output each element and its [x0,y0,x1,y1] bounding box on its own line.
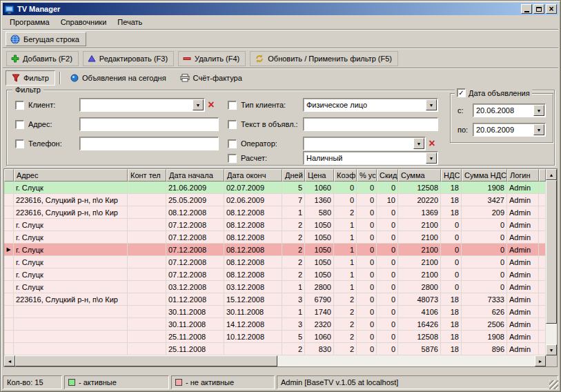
grid-cell[interactable]: 08.12.2008 [224,244,282,256]
grid-cell[interactable]: 4106 [398,306,441,318]
grid-cell[interactable]: г. Слуцк [14,231,128,244]
column-header[interactable]: НДС [441,169,462,182]
grid-cell[interactable]: Admin [507,293,539,306]
grid-cell[interactable]: 0 [377,318,398,331]
grid-cell[interactable]: Admin [507,281,539,293]
grid-cell[interactable]: 0 [441,231,462,244]
grid-cell[interactable]: 3 [282,293,305,306]
grid-cell[interactable]: 1 [334,219,357,231]
grid-cell[interactable]: 21.06.2009 [166,182,224,194]
client-type-checkbox[interactable] [228,101,237,110]
column-header[interactable]: Сумма [398,169,441,182]
column-header[interactable]: Скид [377,169,398,182]
grid-cell[interactable]: 2 [282,231,305,244]
grid-cell[interactable]: 5876 [398,343,441,355]
row-indicator[interactable] [4,231,14,244]
client-clear-button[interactable]: × [205,99,217,111]
grid-cell[interactable]: 0 [377,206,398,219]
operator-clear-button[interactable]: × [426,137,438,150]
row-indicator[interactable]: ▶ [4,244,14,256]
grid-cell[interactable]: 08.12.2008 [224,219,282,231]
chevron-down-icon[interactable]: ▼ [533,124,544,135]
grid-cell[interactable]: 02.07.2009 [224,182,282,194]
grid-cell[interactable]: 0 [357,219,377,231]
grid-cell[interactable] [128,194,166,206]
grid-cell[interactable]: 0 [357,182,377,194]
grid-cell[interactable]: г. Слуцк [14,219,128,231]
grid-cell[interactable]: 18 [441,318,462,331]
grid-cell[interactable]: 0 [377,306,398,318]
menu-program[interactable]: Программа [4,17,55,28]
grid-cell[interactable]: 1 [334,231,357,244]
grid-cell[interactable]: 0 [357,331,377,343]
grid-cell[interactable]: 1050 [305,231,334,244]
grid-cell[interactable]: 6790 [305,293,334,306]
grid-cell[interactable] [128,281,166,293]
grid-cell[interactable]: 18 [441,293,462,306]
chevron-down-icon[interactable]: ▼ [426,153,437,164]
grid-cell[interactable]: Admin [507,194,539,206]
grid-cell[interactable]: 2100 [398,256,441,268]
chevron-down-icon[interactable]: ▼ [426,99,437,110]
grid-cell[interactable]: 30.11.2008 [224,306,282,318]
grid-cell[interactable]: 07.12.2008 [166,219,224,231]
client-type-combo[interactable]: Физическое лицо ▼ [303,98,438,112]
calc-combo[interactable]: Наличный ▼ [303,151,438,165]
grid-cell[interactable]: 1 [334,281,357,293]
grid-cell[interactable] [14,331,128,343]
grid-cell[interactable]: 2 [282,343,305,355]
grid-cell[interactable]: 16426 [398,318,441,331]
grid-cell[interactable]: 0 [377,182,398,194]
minimize-button[interactable] [521,4,532,14]
grid-cell[interactable]: 03.12.2008 [224,281,282,293]
grid-cell[interactable]: 5 [282,182,305,194]
operator-combo[interactable]: ▼ [303,137,426,150]
edit-button[interactable]: Редактировать (F3) [83,51,174,66]
grid-cell[interactable]: 18 [441,194,462,206]
grid-cell[interactable]: 12508 [398,331,441,343]
grid-cell[interactable]: 01.12.2008 [166,293,224,306]
column-header[interactable]: Дата начала [166,169,224,182]
grid-cell[interactable] [128,182,166,194]
grid-cell[interactable]: 2 [282,256,305,268]
grid-cell[interactable]: 0 [357,244,377,256]
grid-cell[interactable]: 0 [462,256,507,268]
text-input[interactable] [303,117,438,131]
grid-cell[interactable]: 5 [282,331,305,343]
address-checkbox[interactable] [15,120,24,129]
grid-cell[interactable]: 18 [441,306,462,318]
grid-cell[interactable]: 2 [334,293,357,306]
grid-cell[interactable] [14,306,128,318]
client-checkbox[interactable] [15,101,24,110]
column-header[interactable]: Коэф [334,169,357,182]
scroll-left-button[interactable]: ◄ [4,355,15,366]
grid-cell[interactable]: 2 [334,331,357,343]
grid-cell[interactable]: 0 [377,281,398,293]
grid-cell[interactable]: 1060 [305,331,334,343]
grid-cell[interactable]: 1050 [305,244,334,256]
phone-checkbox[interactable] [15,139,24,148]
grid-cell[interactable]: 0 [357,306,377,318]
grid-cell[interactable] [128,256,166,268]
grid-cell[interactable]: 07.12.2008 [166,268,224,281]
grid-cell[interactable]: 0 [357,206,377,219]
date-from-combo[interactable]: 20.06.2008 ▼ [473,104,546,117]
grid-cell[interactable]: 1 [282,306,305,318]
grid-cell[interactable]: 2320 [305,318,334,331]
calc-checkbox[interactable] [228,154,237,163]
grid-cell[interactable]: 08.12.2008 [224,206,282,219]
grid-cell[interactable] [128,268,166,281]
grid-cell[interactable]: 0 [441,256,462,268]
grid-cell[interactable]: 2100 [398,219,441,231]
grid-cell[interactable] [128,293,166,306]
grid-cell[interactable]: 2800 [305,281,334,293]
grid-cell[interactable]: 12508 [398,182,441,194]
grid-cell[interactable]: 0 [377,256,398,268]
grid-cell[interactable]: 0 [334,182,357,194]
column-header[interactable]: % ус [357,169,377,182]
grid-cell[interactable]: 0 [462,268,507,281]
grid-cell[interactable]: 0 [377,293,398,306]
grid-cell[interactable]: 1 [282,281,305,293]
grid-cell[interactable]: 0 [462,281,507,293]
grid-cell[interactable]: 1 [334,256,357,268]
